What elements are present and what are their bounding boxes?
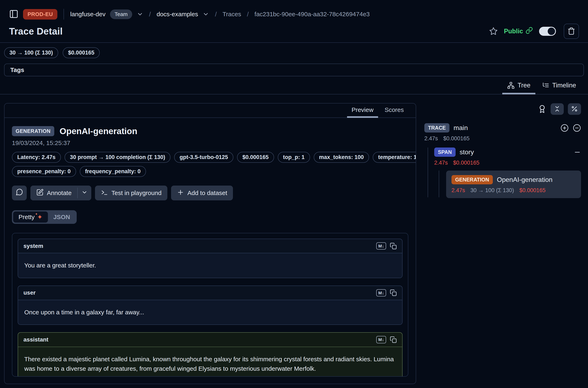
sidebar-toggle-button[interactable] bbox=[9, 9, 19, 19]
breadcrumb-slash: / bbox=[148, 10, 152, 18]
tags-box[interactable]: Tags bbox=[4, 64, 584, 76]
span-node[interactable]: SPAN story bbox=[434, 147, 581, 157]
star-icon[interactable] bbox=[489, 27, 498, 36]
add-to-dataset-label: Add to dataset bbox=[187, 190, 227, 196]
breadcrumb-separator-bar bbox=[64, 9, 64, 20]
timeline-icon bbox=[542, 82, 549, 89]
format-toggle: Pretty ✦ JSON bbox=[12, 210, 77, 224]
zoom-out-icon[interactable] bbox=[573, 124, 581, 132]
plus-icon bbox=[177, 189, 184, 197]
metrics-toggle-button[interactable] bbox=[568, 103, 581, 115]
header-actions: Public bbox=[489, 24, 579, 39]
span-children: GENERATION OpenAI-generation 2.47s 30 → … bbox=[434, 170, 581, 198]
breadcrumb-traces-link[interactable]: Traces bbox=[223, 11, 241, 18]
format-json[interactable]: JSON bbox=[48, 212, 75, 223]
tab-scores[interactable]: Scores bbox=[380, 103, 408, 118]
trace-tokens-badge: 30 → 100 (Σ 130) bbox=[4, 47, 58, 58]
span-latency: 2.47s bbox=[434, 160, 448, 166]
span-name: story bbox=[460, 148, 474, 156]
span-type-badge: SPAN bbox=[434, 147, 456, 157]
zoom-in-icon[interactable] bbox=[561, 124, 569, 132]
message-tools: M↓ bbox=[376, 289, 397, 296]
view-tabs: Tree Timeline bbox=[0, 76, 588, 95]
percent-icon bbox=[571, 105, 578, 113]
observation-type-badge: GENERATION bbox=[12, 126, 54, 136]
annotate-menu-button[interactable] bbox=[78, 186, 91, 200]
observation-badges-row-2: presence_penalty: 0 frequency_penalty: 0 bbox=[12, 166, 408, 177]
generation-tokens: 30 → 100 (Σ 130) bbox=[470, 187, 514, 194]
chevron-down-icon[interactable] bbox=[203, 11, 209, 18]
tokens-badge: 30 prompt → 100 completion (Σ 130) bbox=[65, 152, 170, 163]
markdown-toggle-icon[interactable]: M↓ bbox=[376, 289, 386, 296]
comment-icon bbox=[15, 189, 23, 198]
observation-timestamp: 19/03/2024, 15:25:37 bbox=[12, 140, 408, 146]
generation-type-badge: GENERATION bbox=[452, 175, 493, 184]
trace-node[interactable]: TRACE main bbox=[424, 123, 581, 132]
annotate-split-button: Annotate bbox=[30, 186, 91, 200]
latency-badge: Latency: 2.47s bbox=[12, 152, 61, 163]
copy-icon[interactable] bbox=[390, 289, 397, 296]
page-header: Trace Detail Public bbox=[0, 21, 588, 40]
message-header: system M↓ bbox=[18, 239, 402, 253]
message-role: assistant bbox=[23, 336, 48, 343]
add-to-dataset-button[interactable]: Add to dataset bbox=[171, 186, 233, 200]
copy-icon[interactable] bbox=[390, 336, 397, 343]
observation-badges-row-1: Latency: 2.47s 30 prompt → 100 completio… bbox=[12, 152, 408, 163]
format-pretty-label: Pretty bbox=[19, 214, 35, 220]
chevron-down-icon[interactable] bbox=[137, 11, 143, 18]
breadcrumb-project[interactable]: docs-examples bbox=[157, 11, 198, 18]
markdown-toggle-icon[interactable]: M↓ bbox=[376, 242, 386, 249]
trace-name: main bbox=[453, 124, 468, 132]
trace-type-badge: TRACE bbox=[424, 123, 450, 132]
breadcrumb-org[interactable]: langfuse-dev bbox=[70, 11, 106, 18]
public-link[interactable]: Public bbox=[504, 27, 533, 36]
message-tools: M↓ bbox=[376, 242, 397, 249]
tab-tree[interactable]: Tree bbox=[502, 82, 535, 95]
tab-timeline[interactable]: Timeline bbox=[537, 82, 581, 95]
span-metrics: 2.47s $0.000165 bbox=[434, 160, 581, 166]
tab-preview[interactable]: Preview bbox=[347, 103, 378, 118]
message-tools: M↓ bbox=[376, 336, 397, 343]
message-header: assistant M↓ bbox=[18, 333, 402, 346]
io-container: system M↓ You are a great storyteller. bbox=[12, 233, 408, 377]
collapse-all-button[interactable] bbox=[551, 103, 564, 115]
generation-latency: 2.47s bbox=[452, 187, 465, 194]
playground-button[interactable]: Test in playground bbox=[95, 186, 167, 200]
trace-summary-badges: 30 → 100 (Σ 130) $0.000165 bbox=[0, 43, 588, 58]
trace-latency: 2.47s bbox=[424, 135, 438, 142]
public-label: Public bbox=[504, 27, 523, 35]
frequency-penalty-badge: frequency_penalty: 0 bbox=[80, 166, 146, 177]
panel-body: GENERATION OpenAI-generation 19/03/2024,… bbox=[4, 118, 416, 384]
collapse-node-icon[interactable] bbox=[574, 148, 581, 156]
toggle-knob bbox=[548, 27, 555, 35]
trace-tree: TRACE main 2.47s $0.000165 SP bbox=[424, 123, 581, 198]
message-role: system bbox=[23, 243, 43, 249]
max-tokens-badge: max_tokens: 100 bbox=[314, 152, 369, 163]
link-icon bbox=[525, 27, 533, 36]
trace-children: SPAN story 2.47s $0.000165 bbox=[424, 147, 581, 198]
content-area: Preview Scores GENERATION OpenAI-generat… bbox=[4, 103, 584, 384]
breadcrumb-slash: / bbox=[214, 10, 218, 18]
chevron-down-icon bbox=[81, 189, 88, 197]
copy-icon[interactable] bbox=[390, 242, 397, 249]
cost-badge: $0.000165 bbox=[237, 152, 274, 163]
generation-node-selected[interactable]: GENERATION OpenAI-generation 2.47s 30 → … bbox=[446, 170, 581, 198]
markdown-toggle-icon[interactable]: M↓ bbox=[376, 336, 386, 343]
annotate-button[interactable]: Annotate bbox=[30, 186, 77, 200]
trash-icon bbox=[567, 27, 575, 36]
terminal-icon bbox=[101, 189, 108, 197]
award-icon[interactable] bbox=[538, 105, 546, 113]
trace-tree-panel: TRACE main 2.47s $0.000165 SP bbox=[416, 103, 584, 384]
public-toggle[interactable] bbox=[539, 27, 556, 36]
generation-name: OpenAI-generation bbox=[497, 176, 552, 184]
org-plan-badge: Team bbox=[110, 9, 132, 19]
model-badge: gpt-3.5-turbo-0125 bbox=[174, 152, 233, 163]
assistant-paragraph: There existed a majestic planet called L… bbox=[24, 354, 396, 374]
delete-trace-button[interactable] bbox=[564, 24, 579, 39]
format-pretty[interactable]: Pretty ✦ bbox=[13, 212, 48, 223]
annotate-icon bbox=[36, 189, 44, 197]
comment-button[interactable] bbox=[12, 186, 27, 200]
page-title: Trace Detail bbox=[9, 26, 63, 37]
presence-penalty-badge: presence_penalty: 0 bbox=[12, 166, 76, 177]
generation-cost: $0.000165 bbox=[519, 187, 546, 194]
